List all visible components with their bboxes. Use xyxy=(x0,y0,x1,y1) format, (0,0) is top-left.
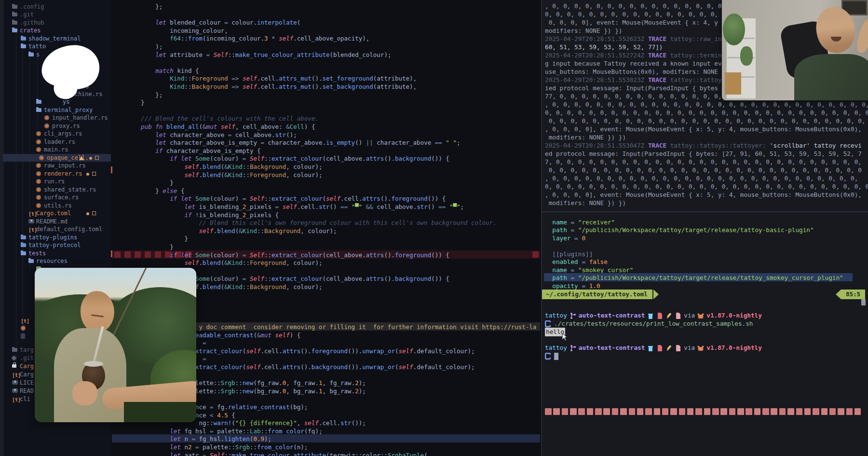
toml-line[interactable]: name = "smokey_cursor" xyxy=(545,266,633,274)
git-untracked-file-icon xyxy=(675,312,681,319)
code-line[interactable]: if let Some(colour) = Self::extract_colo… xyxy=(126,194,446,203)
helix-statusbar[interactable]: ~/.config/tattoy/tattoy.toml85:5 xyxy=(542,290,868,299)
low-contrast-sample-block xyxy=(679,408,686,415)
tree-item-cargo-toml[interactable]: [t]Cargo.toml xyxy=(0,209,111,217)
code-line[interactable]: } else { xyxy=(126,187,184,195)
low-contrast-sample-block xyxy=(612,408,619,415)
code-line[interactable]: let n = fg_hsl.lighten(0.9); xyxy=(126,435,271,443)
low-contrast-sample-block xyxy=(603,408,610,415)
tree-item-proxy-rs[interactable]: proxy.rs xyxy=(0,122,111,130)
tree-item-utils-rs[interactable]: utils.rs xyxy=(0,202,111,209)
code-line[interactable]: match kind { xyxy=(126,67,199,75)
code-line[interactable]: self.blend(&Kind::Background, colour); xyxy=(126,163,322,171)
rust-icon xyxy=(39,155,44,160)
code-line[interactable]: /// Blend the cell's colours with the ce… xyxy=(126,114,319,123)
filedim-icon xyxy=(21,333,25,339)
cardboard-box xyxy=(725,72,741,95)
tree-item-main-rs[interactable]: main.rs xyxy=(0,146,111,153)
rust-version: v1.87.0-nightly xyxy=(706,311,762,320)
low-contrast-sample-block xyxy=(829,408,836,415)
statusbar-cursor-position: 85:5 xyxy=(841,290,865,299)
code-line[interactable]: // Blend this cell's own foreground colo… xyxy=(126,219,497,227)
code-line[interactable]: } xyxy=(126,98,145,107)
code-line[interactable]: Kind::Background => self.cell.attrs_mut(… xyxy=(126,83,417,91)
code-line[interactable]: pub fn blend_all(&mut self, cell_above: … xyxy=(126,123,315,131)
mouse-cursor-icon xyxy=(561,333,568,342)
low-contrast-sample-block xyxy=(562,408,569,415)
git-branch-icon xyxy=(570,312,576,319)
ledge xyxy=(124,402,196,422)
tree-item-crates[interactable]: crates xyxy=(0,27,111,34)
toml-line[interactable]: path = "/publicish/Workspace/tattoy/targ… xyxy=(545,274,843,282)
code-line[interactable]: let character_above = cell_above.str(); xyxy=(126,131,297,139)
tree-item-label: loader.rs xyxy=(44,138,75,146)
log-line: 7, 0, 0, 0, 0, 0, 0, 0, 0, 0, 0, 0, 0, 0… xyxy=(545,158,862,166)
code-line[interactable]: if character_above_is_empty { xyxy=(126,147,260,155)
person-head xyxy=(81,291,114,332)
low-contrast-sample-block xyxy=(645,408,652,415)
tree-item-tattoy-plugins[interactable]: tattoy-plugins xyxy=(0,234,111,241)
code-line[interactable]: } xyxy=(126,235,188,243)
git-branch-name: auto-text-contrast xyxy=(579,344,645,352)
toml-line[interactable]: [[plugins]] xyxy=(545,250,593,258)
screen: .config.git.githubcratesshadow_terminalt… xyxy=(0,0,868,456)
tree-item--config[interactable]: .config xyxy=(0,3,111,11)
rust-crab-icon xyxy=(697,345,704,352)
tree-item-opaque-cell-[interactable]: opaque_cell. xyxy=(3,154,111,162)
toml-line[interactable]: opacity = 1.0 xyxy=(545,282,600,290)
tree-item-cli-args-rs[interactable]: cli_args.rs xyxy=(0,130,111,138)
rust-icon xyxy=(36,171,41,176)
tree-item-readme-md[interactable]: MREADME.md xyxy=(0,218,111,225)
tree-item--github[interactable]: .github xyxy=(0,19,111,27)
code-line[interactable]: } xyxy=(126,179,174,187)
tree-item-tattoy-protocol[interactable]: tattoy-protocol xyxy=(0,241,111,249)
code-line[interactable]: f64::from(incoming_colour.3 * self.cell_… xyxy=(126,34,369,42)
toml-line[interactable]: path = "/publicish/Workspace/tattoy/targ… xyxy=(545,226,814,234)
toml-line[interactable]: layer = 0 xyxy=(545,234,585,242)
tree-item-shared-state-rs[interactable]: shared_state.rs xyxy=(0,186,111,193)
code-line[interactable]: self.blend(&Kind::Foreground, colour); xyxy=(126,171,322,179)
low-contrast-sample-block xyxy=(662,408,669,415)
tree-item-tests[interactable]: tests xyxy=(0,249,111,257)
code-line[interactable]: }; xyxy=(126,91,163,99)
tree-item-loader-rs[interactable]: loader.rs xyxy=(0,138,111,146)
command-line[interactable]: ./crates/tests/resources/print_low_contr… xyxy=(545,319,753,328)
code-line[interactable]: let character_above_is_empty = character… xyxy=(126,138,460,147)
tree-item-raw-input-rs[interactable]: raw_input.rs xyxy=(0,162,111,169)
code-line[interactable]: let blended_colour = colour.interpolate( xyxy=(126,18,300,27)
tree-item-label: proxy.rs xyxy=(52,122,80,130)
log-line: , 0, 0, 0, 0, 0, 0, 0, 0, 0, 0, 0, 0, 0,… xyxy=(545,174,858,182)
code-line[interactable]: if let Some(colour) = Self::extract_colo… xyxy=(126,251,449,259)
low-contrast-sample-block xyxy=(737,408,744,415)
tree-item-default-config-toml[interactable]: [t]default_config.toml xyxy=(0,225,111,233)
low-contrast-sample-block xyxy=(545,408,552,415)
toml-line[interactable]: name = "receiver" xyxy=(545,218,615,226)
terminal-input-line[interactable] xyxy=(545,352,558,360)
modified-dot-icon xyxy=(86,173,89,176)
tree-item-run-rs[interactable]: run.rs xyxy=(0,178,111,185)
code-line[interactable]: let n2 = palette::Srgb::from_color(n); xyxy=(126,443,308,451)
code-line[interactable]: if let Some(colour) = Self::extract_colo… xyxy=(126,154,449,163)
code-line[interactable]: ); xyxy=(126,42,163,51)
tree-item-shadow-terminal[interactable]: shadow_terminal xyxy=(0,35,111,42)
code-line[interactable]: let fg_hsl = palette::Lab::from_color(fg… xyxy=(126,427,322,435)
tree-item-terminal-proxy[interactable]: terminal_proxy xyxy=(0,106,111,114)
code-line[interactable]: }; xyxy=(126,2,163,11)
toml-line[interactable]: enabled = false xyxy=(545,258,608,266)
code-line[interactable]: let is_blending_2_pixels = self.cell.str… xyxy=(126,203,464,211)
folder-open-icon xyxy=(36,100,41,104)
code-line[interactable]: self.blend(&Kind::Background, colour); xyxy=(126,227,337,235)
code-line[interactable]: } xyxy=(126,243,174,251)
code-line[interactable]: if !is_blending_2_pixels { xyxy=(126,211,279,219)
code-line[interactable]: let aatr = Self::make_true_colour_attrib… xyxy=(126,451,428,456)
tree-item--git[interactable]: .git xyxy=(0,11,111,18)
tree-item-renderer-rs[interactable]: renderer.rs xyxy=(0,170,111,178)
code-line[interactable]: Kind::Foreground => self.cell.attrs_mut(… xyxy=(126,74,417,83)
code-line[interactable]: incoming_colour, xyxy=(126,27,228,35)
tree-item-input-handler-rs[interactable]: input_handler.rs xyxy=(0,114,111,122)
tree-item-surface-rs[interactable]: surface.rs xyxy=(0,193,111,201)
terminal-scrollbar-thumb[interactable] xyxy=(861,299,866,305)
tree-item-resources[interactable]: resources xyxy=(0,257,111,265)
code-line[interactable]: self.blend(&Kind::Foreground, colour); xyxy=(126,259,322,267)
code-line[interactable]: let attribute = Self::make_true_colour_a… xyxy=(126,51,391,59)
